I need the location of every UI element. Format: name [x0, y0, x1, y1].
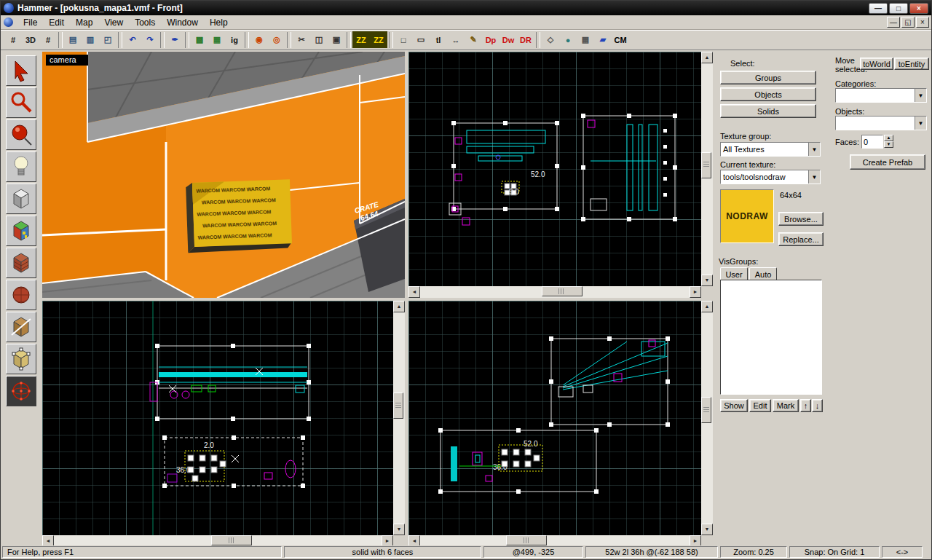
scroll-up-button[interactable]: ▲	[701, 52, 713, 63]
tab-auto[interactable]: Auto	[749, 267, 777, 280]
scroll-right-button[interactable]: ►	[690, 286, 701, 298]
menu-file[interactable]: File	[17, 16, 43, 29]
menu-edit[interactable]: Edit	[43, 16, 70, 29]
mdi-close-button[interactable]: ×	[916, 17, 929, 28]
carve-icon[interactable]: ZZ	[352, 31, 370, 48]
apply-decals-tool[interactable]	[6, 248, 36, 278]
make-hollow-icon[interactable]: ZZ	[370, 31, 387, 48]
browse-button[interactable]: Browse...	[778, 212, 824, 226]
vertical-scrollbar[interactable]: ▲ ▼	[393, 301, 405, 535]
model-render-icon[interactable]: ●	[559, 31, 577, 48]
magnify-tool[interactable]	[6, 87, 36, 118]
brush-icon[interactable]: ✎	[465, 31, 482, 48]
block-tool[interactable]	[6, 184, 36, 214]
maximize-button[interactable]: □	[889, 3, 908, 14]
scroll-thumb[interactable]	[211, 535, 252, 545]
vertical-scrollbar[interactable]: ▲ ▼	[701, 52, 713, 286]
larger-grid-icon[interactable]: #	[39, 31, 57, 48]
handles-toggle-icon[interactable]: ▭	[412, 31, 430, 48]
scroll-thumb[interactable]	[701, 152, 711, 178]
copy-icon[interactable]: ◫	[310, 31, 328, 48]
scroll-thumb[interactable]	[542, 286, 582, 296]
camera-tool[interactable]	[6, 119, 36, 150]
texture-lock-icon[interactable]: tl	[430, 31, 447, 48]
camera-viewport-canvas[interactable]: WARCOM WARCOM WARCOM WARCOM WARCOM WARCO…	[42, 52, 405, 298]
visgroups-listbox[interactable]	[720, 280, 822, 395]
scroll-down-button[interactable]: ▼	[701, 275, 713, 286]
hide-unselected-icon[interactable]: ◎	[268, 31, 285, 48]
scroll-left-button[interactable]: ◄	[408, 286, 420, 298]
scroll-thumb[interactable]	[393, 393, 403, 419]
to-entity-button[interactable]: toEntity	[894, 58, 929, 70]
chevron-down-icon[interactable]: ▼	[915, 89, 926, 102]
categories-dropdown[interactable]: ▼	[835, 88, 927, 103]
faces-spin-up[interactable]: ▲	[884, 135, 893, 141]
horizontal-scrollbar[interactable]: ◄ ►	[408, 286, 701, 298]
translucency-icon[interactable]: ▰	[594, 31, 612, 48]
smaller-grid-icon[interactable]: #	[4, 31, 22, 48]
select-groups-button[interactable]: Groups	[720, 71, 816, 84]
mark-button[interactable]: Mark	[773, 399, 799, 412]
mdi-minimize-button[interactable]: —	[887, 17, 900, 28]
faces-spin-down[interactable]: ▼	[884, 141, 893, 148]
edit-button[interactable]: Edit	[749, 399, 771, 412]
show-button[interactable]: Show	[720, 399, 748, 412]
chevron-down-icon[interactable]: ▼	[915, 117, 926, 130]
replace-button[interactable]: Replace...	[778, 232, 824, 246]
minimize-button[interactable]: —	[869, 3, 888, 14]
scale-lock-icon[interactable]: ↔	[447, 31, 465, 48]
front-viewport-canvas[interactable]: 2.0 36.0	[42, 301, 393, 535]
tab-user[interactable]: User	[720, 267, 748, 280]
paste-icon[interactable]: ▣	[328, 31, 345, 48]
cascade-windows-icon[interactable]: ◰	[99, 31, 116, 48]
close-button[interactable]: ×	[909, 3, 928, 14]
redo-icon[interactable]: ↷	[141, 31, 159, 48]
camera-viewport[interactable]: WARCOM WARCOM WARCOM WARCOM WARCOM WARCO…	[42, 52, 405, 298]
menu-window[interactable]: Window	[161, 16, 204, 29]
menu-view[interactable]: View	[98, 16, 129, 29]
disp-paint-icon[interactable]: Dp	[482, 31, 499, 48]
objects-dropdown[interactable]: ▼	[835, 116, 927, 130]
vertical-scrollbar[interactable]: ▲ ▼	[701, 301, 713, 535]
texture-application-tool[interactable]	[6, 216, 36, 246]
scroll-down-button[interactable]: ▼	[701, 524, 713, 535]
menu-map[interactable]: Map	[70, 16, 98, 29]
faces-input[interactable]	[861, 135, 883, 149]
chevron-down-icon[interactable]: ▼	[808, 170, 820, 184]
hide-selected-icon[interactable]: ◉	[250, 31, 268, 48]
clipping-tool[interactable]	[6, 312, 36, 342]
selection-box-icon[interactable]: □	[395, 31, 412, 48]
select-objects-button[interactable]: Objects	[720, 87, 816, 101]
path-tool[interactable]	[6, 376, 36, 406]
top-viewport-canvas[interactable]: 52.0 9.0	[408, 52, 701, 286]
group-icon[interactable]: ▩	[191, 31, 208, 48]
texture-grid-icon[interactable]: ▦	[577, 31, 594, 48]
disp-walkable-icon[interactable]: Dw	[499, 31, 517, 48]
ignore-groups-icon[interactable]: ig	[226, 31, 243, 48]
side-viewport-canvas[interactable]: 52.0 36.0	[408, 301, 701, 535]
load-window-state-icon[interactable]: ▤	[64, 31, 82, 48]
grid-3d-icon[interactable]: 3D	[22, 31, 39, 48]
create-prefab-button[interactable]: Create Prefab	[850, 154, 925, 170]
menu-help[interactable]: Help	[204, 16, 234, 29]
vertex-manipulation-tool[interactable]	[6, 344, 36, 374]
mdi-restore-button[interactable]: ◱	[901, 17, 915, 28]
overlay-tool[interactable]	[6, 280, 36, 310]
scroll-up-button[interactable]: ▲	[393, 301, 405, 312]
select-solids-button[interactable]: Solids	[720, 104, 816, 118]
selection-tool[interactable]	[6, 55, 36, 86]
ungroup-icon[interactable]: ▦	[208, 31, 226, 48]
disp-remove-icon[interactable]: DR	[517, 31, 534, 48]
object-properties-icon[interactable]: ✒	[166, 31, 183, 48]
to-world-button[interactable]: toWorld	[860, 58, 893, 70]
entity-tool[interactable]	[6, 151, 36, 182]
scroll-thumb[interactable]	[506, 535, 547, 545]
undo-icon[interactable]: ↶	[124, 31, 141, 48]
scroll-thumb[interactable]	[701, 397, 711, 423]
scroll-up-button[interactable]: ▲	[701, 301, 713, 312]
scroll-down-button[interactable]: ▼	[393, 524, 405, 535]
cut-icon[interactable]: ✂	[293, 31, 310, 48]
move-up-button[interactable]: ↑	[800, 399, 811, 412]
menu-tools[interactable]: Tools	[129, 16, 161, 29]
save-window-state-icon[interactable]: ▥	[82, 31, 99, 48]
